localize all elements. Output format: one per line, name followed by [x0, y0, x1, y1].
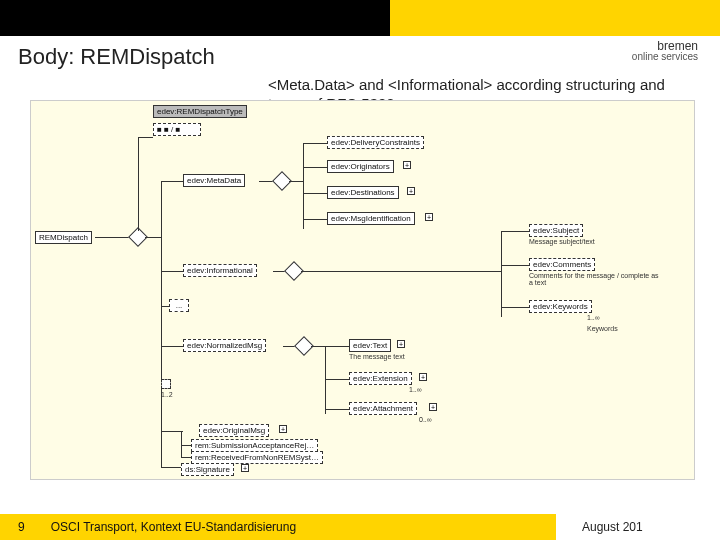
node-subject: edev:Subject	[529, 224, 583, 237]
choice-icon	[161, 379, 171, 389]
footer-text: OSCI Transport, Kontext EU-Standardisier…	[51, 520, 296, 534]
node-root-type: ■ ■ / ■	[153, 123, 201, 136]
brand-logo: bremen online services	[632, 40, 698, 62]
expand-icon: +	[403, 161, 411, 169]
node-extension: edev:Extension	[349, 372, 412, 385]
connector	[303, 219, 327, 220]
schema-diagram: edev:REMDispatchType ■ ■ / ■ REMDispatch…	[30, 100, 695, 480]
connector	[325, 346, 349, 347]
footer-yellow: 9 OSCI Transport, Kontext EU-Standardisi…	[0, 514, 556, 540]
connector	[138, 137, 139, 231]
node-msgidentification: edev:MsgIdentification	[327, 212, 415, 225]
expand-icon: +	[407, 187, 415, 195]
expand-icon: +	[419, 373, 427, 381]
connector	[95, 237, 131, 238]
connector	[161, 467, 181, 468]
node-keywords: edev:Keywords	[529, 300, 592, 313]
connector	[161, 271, 183, 272]
connector	[303, 167, 327, 168]
note-text: The message text	[349, 353, 405, 360]
connector	[161, 181, 183, 182]
node-destinations: edev:Destinations	[327, 186, 399, 199]
connector	[501, 307, 529, 308]
connector	[161, 306, 169, 307]
connector	[289, 181, 303, 182]
card-extension: 1..∞	[409, 386, 422, 393]
connector	[303, 193, 327, 194]
expand-icon: +	[397, 340, 405, 348]
connector	[301, 271, 501, 272]
connector	[181, 445, 191, 446]
card-keywords: 1..∞	[587, 314, 600, 321]
note-subject: Message subject/text	[529, 238, 595, 245]
connector	[325, 379, 349, 380]
connector	[501, 231, 529, 232]
footer-bar: 9 OSCI Transport, Kontext EU-Standardisi…	[0, 514, 720, 540]
header-bar	[0, 0, 720, 36]
node-remdispatch: REMDispatch	[35, 231, 92, 244]
connector	[325, 346, 326, 414]
connector	[501, 231, 502, 317]
node-signature: ds:Signature	[181, 463, 234, 476]
node-informational: edev:Informational	[183, 264, 257, 277]
expand-icon: +	[429, 403, 437, 411]
connector	[303, 143, 327, 144]
expand-icon: +	[279, 425, 287, 433]
page-title: Body: REMDispatch	[18, 44, 215, 70]
connector	[181, 431, 182, 457]
connector	[181, 457, 191, 458]
node-normalizedmsg: edev:NormalizedMsg	[183, 339, 266, 352]
logo-line2: online services	[632, 52, 698, 62]
connector	[161, 181, 162, 467]
expand-icon: +	[241, 464, 249, 472]
card-attachment: 0..∞	[419, 416, 432, 423]
note-comments: Comments for the message / complete as a…	[529, 272, 659, 286]
header-yellow	[390, 0, 720, 36]
node-metadata: edev:MetaData	[183, 174, 245, 187]
note-keywords: Keywords	[587, 325, 618, 332]
connector	[311, 346, 325, 347]
node-root-header: edev:REMDispatchType	[153, 105, 247, 118]
node-attachment: edev:Attachment	[349, 402, 417, 415]
node-originalmsg: edev:OriginalMsg	[199, 424, 269, 437]
node-originators: edev:Originators	[327, 160, 394, 173]
connector	[303, 143, 304, 229]
node-deliveryconstraints: edev:DeliveryConstraints	[327, 136, 424, 149]
connector	[161, 431, 183, 432]
card-switch: 1..2	[161, 391, 173, 398]
expand-icon: +	[425, 213, 433, 221]
footer-date: August 201	[556, 514, 720, 540]
connector	[501, 265, 529, 266]
connector	[325, 409, 349, 410]
connector	[161, 346, 183, 347]
node-dots: ...	[169, 299, 189, 312]
node-text: edev:Text	[349, 339, 391, 352]
page-number: 9	[18, 520, 25, 534]
node-comments: edev:Comments	[529, 258, 595, 271]
connector	[145, 237, 161, 238]
connector	[138, 137, 153, 138]
header-black	[0, 0, 390, 36]
